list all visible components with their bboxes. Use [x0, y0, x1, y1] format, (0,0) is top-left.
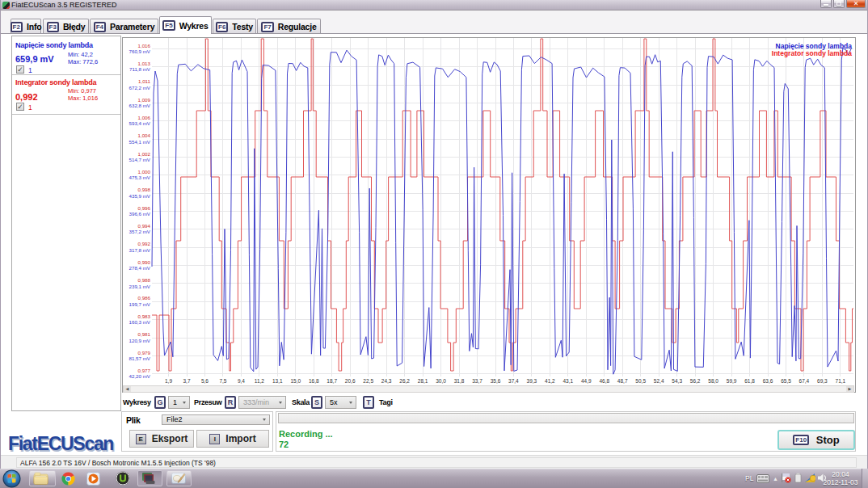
svg-text:0,994: 0,994 — [138, 223, 151, 229]
svg-text:0,981: 0,981 — [138, 331, 151, 337]
svg-text:760,9 mV: 760,9 mV — [129, 48, 151, 54]
svg-text:1,006: 1,006 — [138, 115, 151, 120]
svg-text:1,004: 1,004 — [138, 133, 151, 138]
svg-text:13,1: 13,1 — [272, 378, 283, 384]
svg-text:26,2: 26,2 — [399, 378, 410, 384]
svg-text:5,6: 5,6 — [201, 378, 209, 384]
svg-text:0,990: 0,990 — [138, 259, 151, 265]
svg-text:278,4 mV: 278,4 mV — [129, 265, 151, 271]
svg-text:1,016: 1,016 — [138, 43, 151, 48]
svg-text:9,4: 9,4 — [238, 378, 245, 384]
svg-text:30,0: 30,0 — [436, 378, 446, 384]
svg-text:Integrator sondy lambda: Integrator sondy lambda — [772, 49, 852, 57]
svg-text:28,1: 28,1 — [418, 378, 428, 384]
svg-text:31,8: 31,8 — [454, 378, 465, 384]
svg-text:63,6: 63,6 — [763, 378, 773, 384]
svg-text:199,7 mV: 199,7 mV — [129, 301, 151, 307]
svg-text:33,7: 33,7 — [472, 378, 482, 384]
svg-text:3,7: 3,7 — [183, 378, 190, 384]
svg-text:1,013: 1,013 — [138, 61, 151, 66]
svg-text:632,8 mV: 632,8 mV — [129, 103, 151, 108]
svg-text:24,3: 24,3 — [381, 378, 392, 384]
svg-text:46,8: 46,8 — [599, 378, 609, 384]
svg-text:1,002: 1,002 — [138, 151, 151, 157]
svg-text:435,9 mV: 435,9 mV — [129, 193, 151, 199]
svg-text:0,996: 0,996 — [138, 205, 151, 211]
svg-text:711,8 mV: 711,8 mV — [129, 66, 151, 72]
svg-text:20,6: 20,6 — [345, 378, 356, 384]
svg-text:357,2 mV: 357,2 mV — [129, 229, 151, 234]
svg-text:120,9 mV: 120,9 mV — [129, 338, 151, 343]
svg-text:41,2: 41,2 — [545, 378, 555, 384]
svg-text:593,4 mV: 593,4 mV — [129, 120, 151, 126]
svg-text:0,979: 0,979 — [138, 350, 151, 355]
svg-text:7,5: 7,5 — [219, 378, 226, 384]
svg-text:52,4: 52,4 — [654, 378, 664, 384]
svg-text:54,3: 54,3 — [672, 378, 682, 384]
svg-text:71,1: 71,1 — [836, 378, 846, 384]
svg-text:1,009: 1,009 — [138, 97, 151, 103]
svg-text:58,0: 58,0 — [708, 378, 718, 384]
svg-text:396,6 mV: 396,6 mV — [129, 211, 151, 217]
svg-text:69,3: 69,3 — [817, 378, 828, 384]
svg-text:1,9: 1,9 — [165, 378, 172, 384]
svg-text:56,2: 56,2 — [690, 378, 701, 384]
svg-text:22,5: 22,5 — [363, 378, 373, 384]
svg-text:42,20 mV: 42,20 mV — [129, 373, 151, 379]
svg-text:0,992: 0,992 — [138, 241, 151, 246]
svg-text:43,1: 43,1 — [563, 378, 573, 384]
svg-text:15,0: 15,0 — [290, 378, 301, 384]
svg-text:317,8 mV: 317,8 mV — [129, 247, 151, 253]
svg-text:554,1 mV: 554,1 mV — [129, 139, 151, 145]
svg-text:0,977: 0,977 — [138, 368, 151, 373]
svg-text:1,000: 1,000 — [138, 169, 151, 175]
svg-text:11,2: 11,2 — [255, 378, 265, 384]
svg-text:0,998: 0,998 — [138, 187, 151, 192]
svg-text:239,1 mV: 239,1 mV — [129, 284, 151, 289]
svg-text:514,7 mV: 514,7 mV — [129, 157, 151, 162]
svg-text:475,3 mV: 475,3 mV — [129, 175, 151, 180]
svg-text:672,2 mV: 672,2 mV — [129, 85, 151, 90]
svg-text:37,4: 37,4 — [508, 378, 519, 384]
svg-text:0,986: 0,986 — [138, 295, 151, 301]
svg-text:1,011: 1,011 — [138, 78, 151, 84]
svg-text:81,57 mV: 81,57 mV — [129, 355, 151, 361]
svg-text:18,7: 18,7 — [327, 378, 337, 384]
svg-text:160,3 mV: 160,3 mV — [129, 319, 151, 325]
svg-text:61,8: 61,8 — [744, 378, 755, 384]
svg-text:16,8: 16,8 — [309, 378, 319, 384]
svg-text:59,9: 59,9 — [727, 378, 737, 384]
svg-text:0,988: 0,988 — [138, 277, 151, 283]
svg-text:50,5: 50,5 — [635, 378, 646, 384]
svg-text:48,7: 48,7 — [617, 378, 628, 384]
svg-text:67,4: 67,4 — [799, 378, 810, 384]
svg-text:65,5: 65,5 — [781, 378, 791, 384]
svg-text:35,6: 35,6 — [491, 378, 501, 384]
svg-text:39,3: 39,3 — [527, 378, 537, 384]
svg-text:44,9: 44,9 — [581, 378, 592, 384]
svg-text:0,983: 0,983 — [138, 313, 151, 319]
